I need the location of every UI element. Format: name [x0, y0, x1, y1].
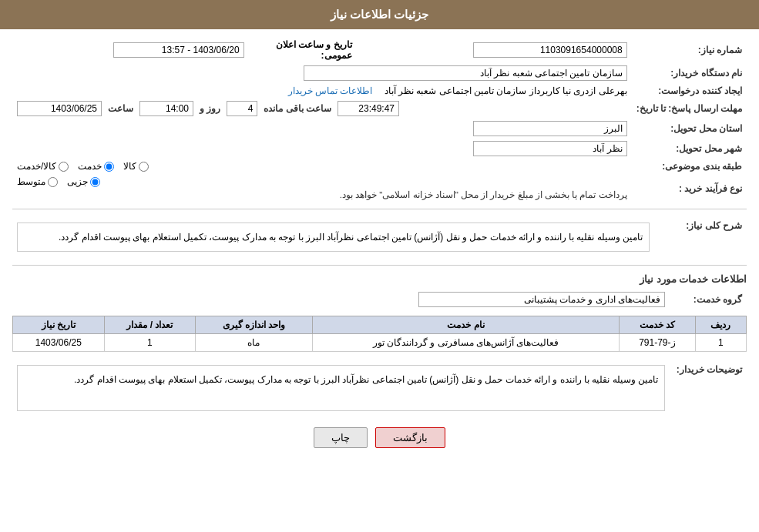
mohlat-label: مهلت ارسال پاسخ: تا تاریخ: [632, 99, 747, 119]
radio-kala-input[interactable] [139, 162, 149, 172]
tarikh-mohlat-input[interactable] [17, 101, 102, 116]
row-ostan: استان محل تحویل: [12, 119, 747, 139]
radio-jozyi-input[interactable] [90, 177, 100, 187]
row-shomare: شماره نیاز: تاریخ و ساعت اعلان عمومی: [12, 37, 747, 63]
ijad-text: بهرعلی ازدری نیا کاربرداز سازمان تامین ا… [385, 85, 627, 96]
page-header: جزئیات اطلاعات نیاز [0, 0, 759, 29]
row-nam-dastgah: نام دستگاه خریدار: [12, 63, 747, 83]
mohlat-value: ساعت روز و ساعت باقی مانده [12, 99, 632, 119]
ostan-input[interactable] [473, 121, 627, 136]
tarikh-value [12, 37, 249, 63]
ijad-label: ایجاد کننده درخواست: [632, 83, 747, 99]
group-input[interactable] [418, 292, 665, 307]
sharh-table: شرح کلی نیاز: تامین وسیله نقلیه با رانند… [12, 216, 747, 259]
page-wrapper: جزئیات اطلاعات نیاز شماره نیاز: تاریخ و … [0, 0, 759, 532]
ostan-label: استان محل تحویل: [632, 119, 747, 139]
radio-kala-label: کالا [123, 161, 136, 172]
col-tedad: تعداد / مقدار [104, 316, 195, 334]
noe-farayand-value: متوسط جزیی پرداخت تمام یا بخشی از مبلغ خ… [12, 174, 632, 202]
radio-jozyi-label: جزیی [67, 176, 88, 187]
col-kod: کد خدمت [619, 316, 695, 334]
roz-input[interactable] [227, 101, 257, 116]
sharh-value: تامین وسیله نقلیه با راننده و ارائه خدما… [12, 216, 654, 259]
table-body: 1ز-79-791فعالیت‌های آژانس‌های مسافرتی و … [13, 334, 747, 352]
tawzih-text: تامین وسیله نقلیه با راننده و ارائه خدما… [17, 365, 665, 411]
radio-kala-khadamat-label: کالا/خدمت [17, 161, 56, 172]
info-table: شماره نیاز: تاریخ و ساعت اعلان عمومی: نا… [12, 37, 747, 202]
noe-farayand-label: نوع فرآیند خرید : [632, 174, 747, 202]
radio-motevaset[interactable]: متوسط [17, 176, 58, 187]
shomare-niaz-label: شماره نیاز: [632, 37, 747, 63]
row-ijad: ایجاد کننده درخواست: بهرعلی ازدری نیا کا… [12, 83, 747, 99]
col-vahed: واحد اندازه گیری [196, 316, 313, 334]
sharh-row: شرح کلی نیاز: تامین وسیله نقلیه با رانند… [12, 216, 747, 259]
nam-dastgah-value [12, 63, 632, 83]
ettelaat-tamas-link[interactable]: اطلاعات تماس خریدار [288, 85, 373, 96]
roz-label: روز و [200, 103, 220, 114]
row-mohlat: مهلت ارسال پاسخ: تا تاریخ: ساعت روز و سا… [12, 99, 747, 119]
radio-kala[interactable]: کالا [123, 161, 149, 172]
tawzih-row: توضیحات خریدار: تامین وسیله نقلیه با ران… [12, 360, 747, 417]
cell-namKhadamat: فعالیت‌های آژانس‌های مسافرتی و گردانندگا… [312, 334, 619, 352]
table-header: ردیف کد خدمت نام خدمت واحد اندازه گیری ت… [13, 316, 747, 334]
saat-input[interactable] [139, 101, 193, 116]
cell-tarikh: 1403/06/25 [13, 334, 105, 352]
table-header-row: ردیف کد خدمت نام خدمت واحد اندازه گیری ت… [13, 316, 747, 334]
purchase-note: پرداخت تمام یا بخشی از مبلغ خریدار از مح… [17, 189, 627, 200]
col-radif: ردیف [695, 316, 746, 334]
ijad-value: بهرعلی ازدری نیا کاربرداز سازمان تامین ا… [12, 83, 632, 99]
chap-button[interactable]: چاپ [314, 427, 368, 448]
shomare-niaz-input[interactable] [473, 42, 627, 58]
group-label: گروه خدمت: [670, 289, 747, 309]
tawzih-table: توضیحات خریدار: تامین وسیله نقلیه با ران… [12, 360, 747, 417]
footer-buttons: بازگشت چاپ [12, 427, 747, 448]
khadamat-title: اطلاعات خدمات مورد نیاز [12, 273, 747, 285]
bazgasht-button[interactable]: بازگشت [375, 427, 445, 448]
row-tabaqe: طبقه بندی موضوعی: کالا/خدمت خدمت کالا [12, 159, 747, 174]
tabaqe-value: کالا/خدمت خدمت کالا [12, 159, 632, 174]
group-row: گروه خدمت: [12, 289, 747, 309]
shahr-input[interactable] [473, 141, 627, 156]
cell-radif: 1 [695, 334, 746, 352]
radio-kala-khadamat-input[interactable] [59, 162, 69, 172]
col-tarikh: تاریخ نیاز [13, 316, 105, 334]
row-noe-farayand: نوع فرآیند خرید : متوسط جزیی پرداخت تمام… [12, 174, 747, 202]
tabaqe-label: طبقه بندی موضوعی: [632, 159, 747, 174]
radio-jozyi[interactable]: جزیی [67, 176, 100, 187]
nam-dastgah-input[interactable] [304, 65, 627, 81]
tarikh-label: تاریخ و ساعت اعلان عمومی: [249, 37, 357, 63]
group-table: گروه خدمت: [12, 289, 747, 309]
sharh-label: شرح کلی نیاز: [654, 216, 747, 259]
radio-motevaset-label: متوسط [17, 176, 45, 187]
page-title: جزئیات اطلاعات نیاز [331, 8, 428, 21]
divider-2 [12, 265, 747, 266]
baghimande-label: ساعت باقی مانده [264, 103, 331, 114]
divider-1 [12, 209, 747, 209]
cell-kodKhadamat: ز-79-791 [619, 334, 695, 352]
baghimande-input[interactable] [338, 101, 399, 116]
saat-label: ساعت [108, 103, 133, 114]
main-content: شماره نیاز: تاریخ و ساعت اعلان عمومی: نا… [0, 29, 759, 463]
cell-tedad: 1 [104, 334, 195, 352]
group-value [12, 289, 670, 309]
tawzih-label: توضیحات خریدار: [670, 360, 747, 417]
ostan-value [12, 119, 632, 139]
shahr-label: شهر محل تحویل: [632, 139, 747, 159]
sharh-text: تامین وسیله نقلیه با راننده و ارائه خدما… [17, 223, 650, 252]
table-row: 1ز-79-791فعالیت‌های آژانس‌های مسافرتی و … [13, 334, 747, 352]
service-data-table: ردیف کد خدمت نام خدمت واحد اندازه گیری ت… [12, 316, 747, 352]
radio-khadamat[interactable]: خدمت [78, 161, 114, 172]
tarikh-input[interactable] [113, 42, 244, 58]
radio-kala-khadamat[interactable]: کالا/خدمت [17, 161, 69, 172]
radio-khadamat-input[interactable] [104, 162, 114, 172]
nam-dastgah-label: نام دستگاه خریدار: [632, 63, 747, 83]
tawzih-value: تامین وسیله نقلیه با راننده و ارائه خدما… [12, 360, 670, 417]
col-nam: نام خدمت [312, 316, 619, 334]
radio-khadamat-label: خدمت [78, 161, 102, 172]
radio-motevaset-input[interactable] [48, 177, 58, 187]
cell-vahed: ماه [196, 334, 313, 352]
shahr-value [12, 139, 632, 159]
shomare-niaz-value [357, 37, 632, 63]
row-shahr: شهر محل تحویل: [12, 139, 747, 159]
